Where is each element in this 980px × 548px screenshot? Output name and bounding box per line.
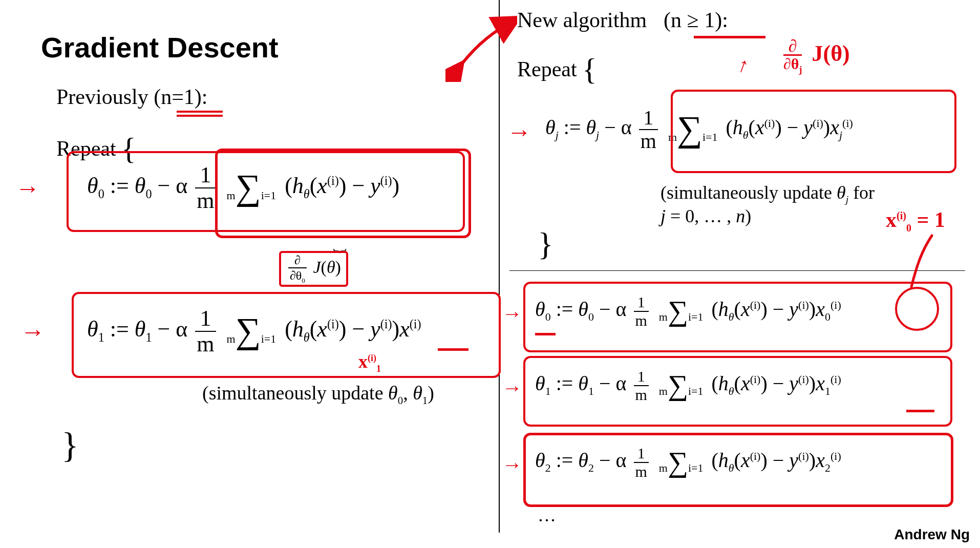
equation-theta0-right: θ0 := θ0 − α 1m m∑i=1 (hθ(x(i)) − y(i))x… xyxy=(535,294,841,328)
annotation-arrow-theta2-right: → xyxy=(502,453,522,476)
annotation-underline-xi xyxy=(438,348,468,351)
repeat-left: Repeat { xyxy=(56,128,136,163)
slide-title: Gradient Descent xyxy=(41,31,279,64)
annotation-double-arrow xyxy=(445,15,517,82)
annotation-partial-thetaj: ∂ ∂θj J(θ) xyxy=(783,38,850,74)
open-brace-right: { xyxy=(582,52,597,86)
horizontal-rule-right xyxy=(509,270,965,271)
new-algorithm-label: New algorithm xyxy=(517,8,647,32)
equation-theta1-left: θ1 := θ1 − α 1m m∑i=1 (hθ(x(i)) − y(i))x… xyxy=(87,307,421,355)
annotation-x1-note: x(i)1 xyxy=(358,351,381,374)
ellipsis-right: … xyxy=(538,504,556,526)
simultaneous-update-left: (simultaneously update θ0, θ1) xyxy=(202,382,434,407)
equation-theta2-right: θ2 := θ2 − α 1m m∑i=1 (hθ(x(i)) − y(i))x… xyxy=(535,446,841,479)
partial-derivative-label: ∂∂θ0 J(θ) xyxy=(279,251,348,287)
previously-heading: Previously (n=1): xyxy=(56,85,208,109)
slide: Gradient Descent Previously (n=1): Repea… xyxy=(0,0,980,548)
annotation-underline-nge1 xyxy=(694,36,765,38)
simultaneous-update-right: (simultaneously update θj for j = 0, … ,… xyxy=(661,182,875,227)
annotation-arrow-theta1-left: → xyxy=(20,318,45,346)
annotation-arrow-theta0-left: → xyxy=(15,174,40,202)
repeat-left-label: Repeat xyxy=(56,137,116,160)
annotation-circle-x0 xyxy=(895,287,939,331)
credit: Andrew Ng xyxy=(894,526,970,543)
annotation-x0-equals-1: x(i)0 = 1 xyxy=(886,207,945,234)
vertical-divider xyxy=(499,0,500,533)
annotation-underline-x1 xyxy=(906,410,934,412)
open-brace-left: { xyxy=(121,132,136,165)
new-algorithm-heading: New algorithm (n ≥ 1): xyxy=(517,8,728,32)
underbrace-theta0: ⏟ xyxy=(220,229,456,254)
close-brace-left: } xyxy=(61,425,79,466)
equation-theta0-left: θ0 := θ0 − α 1m m∑i=1 (hθ(x(i)) − y(i)) xyxy=(87,164,399,212)
equation-thetaj-general: θj := θj − α 1m m∑i=1 (hθ(x(i)) − y(i))x… xyxy=(545,108,853,152)
annotation-arrow-theta1-right: → xyxy=(502,376,522,399)
previously-text: Previously (n=1): xyxy=(56,85,208,109)
close-brace-right: } xyxy=(538,225,553,263)
repeat-right: Repeat { xyxy=(517,49,597,84)
repeat-right-label: Repeat xyxy=(517,57,577,81)
equation-theta1-right: θ1 := θ1 − α 1m m∑i=1 (hθ(x(i)) − y(i))x… xyxy=(535,369,841,403)
annotation-arrow-partial: ↓ xyxy=(734,55,751,80)
annotation-arrow-thetaj: → xyxy=(507,118,531,146)
annotation-connector-x0 xyxy=(901,230,952,292)
annotation-underline-theta0 xyxy=(535,333,556,335)
annotation-arrow-theta0-right: → xyxy=(502,302,522,325)
